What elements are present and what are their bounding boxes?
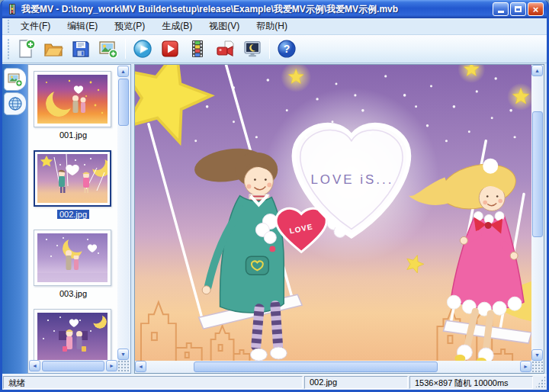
thumbnail-label[interactable]: 002.jpg xyxy=(57,210,89,219)
scroll-down-button[interactable]: ▼ xyxy=(531,349,543,361)
svg-text:?: ? xyxy=(284,43,291,55)
save-project-button[interactable] xyxy=(67,37,95,61)
thumbnail-frame[interactable] xyxy=(34,309,111,360)
menu-file[interactable]: 文件(F) xyxy=(12,18,59,35)
sidebar-tab-rail xyxy=(2,64,27,374)
generate-button[interactable] xyxy=(156,37,184,61)
scrollbar-thumb[interactable] xyxy=(532,111,543,237)
thumbnail-horizontal-scrollbar[interactable]: ◄ ► xyxy=(29,360,117,372)
question-icon: ? xyxy=(277,39,297,59)
menu-view[interactable]: 视图(V) xyxy=(201,18,248,35)
video-camera-icon xyxy=(215,39,235,59)
toolbar-grip[interactable] xyxy=(6,38,10,60)
thumbnail-image-001 xyxy=(37,75,108,124)
sidebar-tab-images[interactable] xyxy=(4,68,26,91)
status-current-file: 002.jpg xyxy=(304,376,408,389)
scrollbar-thumb[interactable] xyxy=(118,79,129,126)
play-square-icon xyxy=(160,39,180,59)
toolbar-separator xyxy=(125,39,126,59)
monitor-moon-icon xyxy=(242,39,262,59)
scroll-left-button[interactable]: ◄ xyxy=(135,361,146,372)
screensaver-button[interactable] xyxy=(239,37,266,61)
menu-help[interactable]: 帮助(H) xyxy=(248,18,296,35)
preview-pane: LOVE LOVE iS... xyxy=(134,64,544,374)
menu-preview[interactable]: 预览(P) xyxy=(106,18,153,35)
thumbnail-item-4[interactable] xyxy=(34,309,113,360)
scrollbar-corner-grip[interactable] xyxy=(531,361,544,373)
scrollbar-corner-grip[interactable] xyxy=(117,360,130,372)
scroll-left-button[interactable]: ◄ xyxy=(29,360,40,371)
title-bar[interactable]: 我爱MV - D:\tony_work\MV Builder\setup\rel… xyxy=(2,0,547,18)
thumbnail-frame[interactable] xyxy=(34,71,111,127)
menu-generate[interactable]: 生成(B) xyxy=(153,18,201,35)
help-button[interactable]: ? xyxy=(273,37,300,61)
scrollbar-track[interactable] xyxy=(117,77,130,349)
preview-play-button[interactable] xyxy=(129,37,156,61)
add-image-icon xyxy=(98,39,118,59)
thumbnail-item-3[interactable]: 003.jpg xyxy=(34,230,113,300)
add-images-button[interactable] xyxy=(95,37,122,61)
preview-horizontal-scrollbar[interactable]: ◄ ► xyxy=(135,361,531,373)
scroll-up-button[interactable]: ▲ xyxy=(531,65,543,76)
thumbnail-vertical-scrollbar[interactable]: ▲ ▼ xyxy=(117,66,130,360)
thumbnail-panel: 001.jpg xyxy=(27,64,131,374)
scrollbar-track[interactable] xyxy=(40,360,106,372)
record-video-button[interactable] xyxy=(211,37,239,61)
preview-image: LOVE LOVE iS... xyxy=(135,65,531,361)
love-heart-text: LOVE iS... xyxy=(310,172,393,187)
menu-edit[interactable]: 编辑(E) xyxy=(59,18,106,35)
thumbnail-image-002 xyxy=(37,154,108,203)
sidebar-tab-web[interactable] xyxy=(4,92,26,115)
status-ready: 就绪 xyxy=(3,376,303,389)
thumbnail-image-003 xyxy=(37,233,108,282)
minimize-button[interactable] xyxy=(493,2,509,16)
thumbnail-label[interactable]: 003.jpg xyxy=(57,289,89,298)
picture-add-icon xyxy=(8,72,23,87)
status-bar: 就绪 002.jpg 1536×897 随机 10000ms xyxy=(2,374,547,390)
window-resize-grip[interactable] xyxy=(535,376,545,389)
scrollbar-thumb[interactable] xyxy=(194,361,438,372)
thumbnail-frame[interactable] xyxy=(34,150,111,207)
preview-canvas: LOVE LOVE iS... xyxy=(135,65,531,361)
thumbnail-list: 001.jpg xyxy=(29,66,117,360)
scroll-right-button[interactable]: ► xyxy=(520,361,531,372)
status-image-info: 1536×897 随机 10000ms xyxy=(409,376,533,389)
minimize-icon xyxy=(498,11,504,13)
app-window: 我爱MV - D:\tony_work\MV Builder\setup\rel… xyxy=(0,0,549,392)
close-icon: × xyxy=(533,5,539,14)
window-title: 我爱MV - D:\tony_work\MV Builder\setup\rel… xyxy=(21,3,491,16)
film-strip-icon xyxy=(188,39,207,59)
scrollbar-track[interactable] xyxy=(146,361,520,373)
thumbnail-frame[interactable] xyxy=(34,230,111,286)
scrollbar-track[interactable] xyxy=(531,76,544,349)
new-project-button[interactable] xyxy=(12,37,40,61)
thumbnail-label[interactable]: 001.jpg xyxy=(57,130,89,140)
client-area: 001.jpg xyxy=(2,63,547,374)
scroll-up-button[interactable]: ▲ xyxy=(117,66,129,77)
maximize-icon xyxy=(515,6,522,12)
preview-vertical-scrollbar[interactable]: ▲ ▼ xyxy=(531,65,544,361)
open-project-button[interactable] xyxy=(40,37,67,61)
thumbnail-item-2[interactable]: 002.jpg xyxy=(34,150,113,220)
make-video-button[interactable] xyxy=(184,37,211,61)
save-floppy-icon xyxy=(71,39,91,59)
open-folder-icon xyxy=(43,39,63,59)
play-circle-icon xyxy=(133,39,152,59)
globe-icon xyxy=(8,96,23,111)
scrollbar-thumb[interactable] xyxy=(42,361,104,371)
thumbnail-image-004 xyxy=(37,313,108,360)
maximize-button[interactable] xyxy=(510,2,526,16)
scroll-right-button[interactable]: ► xyxy=(106,360,117,371)
menu-grip[interactable] xyxy=(6,20,10,33)
thumbnail-item-1[interactable]: 001.jpg xyxy=(34,71,113,141)
toolbar: ? xyxy=(2,35,547,63)
scroll-down-button[interactable]: ▼ xyxy=(117,349,129,360)
menu-bar: 文件(F) 编辑(E) 预览(P) 生成(B) 视图(V) 帮助(H) xyxy=(2,18,547,35)
app-film-icon xyxy=(6,3,18,15)
toolbar-separator xyxy=(269,39,270,59)
new-file-icon xyxy=(16,39,36,59)
close-button[interactable]: × xyxy=(528,2,544,16)
